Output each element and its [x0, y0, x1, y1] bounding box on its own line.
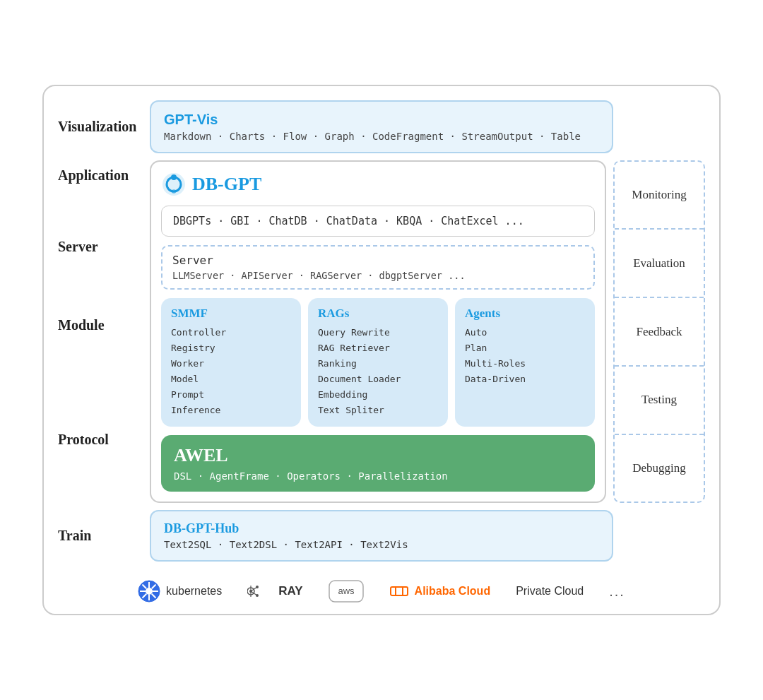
- footer-ray: RAY: [247, 584, 302, 598]
- visualization-content: GPT-Vis Markdown · Charts · Flow · Graph…: [150, 100, 613, 153]
- right-column: Monitoring Evaluation Feedback Testing D…: [613, 160, 705, 504]
- train-title: DB-GPT-Hub: [164, 521, 599, 536]
- dbgpt-title: DB-GPT: [192, 174, 261, 195]
- rags-box: RAGs Query Rewrite RAG Retriever Ranking…: [308, 298, 448, 427]
- rags-title: RAGs: [318, 307, 438, 321]
- svg-point-6: [146, 588, 153, 595]
- server-title: Server: [172, 254, 584, 267]
- vis-right-spacer: [613, 100, 705, 153]
- agents-title: Agents: [465, 307, 585, 321]
- app-big-box: DB-GPT DBGPTs · GBI · ChatDB · ChatData …: [150, 160, 606, 504]
- right-evaluation: Evaluation: [615, 230, 704, 298]
- dbgpt-logo-icon: [161, 172, 187, 197]
- smmf-title: SMMF: [171, 307, 291, 321]
- rags-item-3: Ranking: [318, 356, 438, 372]
- ray-icon: [247, 584, 273, 598]
- private-label: Private Cloud: [516, 585, 584, 598]
- right-debugging: Debugging: [615, 435, 704, 502]
- smmf-item-2: Registry: [171, 340, 291, 356]
- train-label: Train: [58, 510, 150, 562]
- apps-box: DBGPTs · GBI · ChatDB · ChatData · KBQA …: [161, 206, 595, 237]
- module-label: Module: [58, 310, 150, 425]
- agents-items: Auto Plan Multi-Roles Data-Driven: [465, 325, 585, 387]
- agents-item-4: Data-Driven: [465, 372, 585, 387]
- svg-point-3: [172, 189, 176, 194]
- awel-box: AWEL DSL · AgentFrame · Operators · Para…: [161, 435, 595, 492]
- kubernetes-icon: [138, 580, 160, 603]
- rags-item-6: Text Spliter: [318, 403, 438, 418]
- alibaba-icon: [389, 584, 409, 598]
- dbgpt-header: DB-GPT: [161, 172, 595, 197]
- visualization-row: Visualization GPT-Vis Markdown · Charts …: [58, 100, 705, 153]
- footer-aws: aws: [329, 580, 364, 603]
- protocol-label: Protocol: [58, 425, 150, 503]
- train-right-spacer: [613, 510, 705, 562]
- smmf-item-3: Worker: [171, 356, 291, 372]
- smmf-box: SMMF Controller Registry Worker Model Pr…: [161, 298, 301, 427]
- rags-item-2: RAG Retriever: [318, 340, 438, 356]
- left-labels: Application Server Module Protocol: [58, 160, 150, 504]
- svg-point-2: [171, 174, 177, 180]
- smmf-item-1: Controller: [171, 325, 291, 340]
- ray-label: RAY: [278, 584, 302, 598]
- svg-point-21: [256, 594, 259, 597]
- train-items: Text2SQL · Text2DSL · Text2API · Text2Vi…: [164, 539, 599, 550]
- vis-subtitle: Markdown · Charts · Flow · Graph · CodeF…: [164, 131, 599, 142]
- main-container: Visualization GPT-Vis Markdown · Charts …: [42, 85, 721, 616]
- awel-title: AWEL: [174, 445, 582, 466]
- svg-point-20: [256, 586, 259, 588]
- agents-item-3: Multi-Roles: [465, 356, 585, 372]
- rags-items: Query Rewrite RAG Retriever Ranking Docu…: [318, 325, 438, 419]
- right-testing: Testing: [615, 367, 704, 435]
- visualization-label: Visualization: [58, 100, 150, 153]
- server-box: Server LLMServer · APIServer · RAGServer…: [161, 245, 595, 290]
- footer-kubernetes: kubernetes: [138, 580, 222, 603]
- smmf-item-4: Model: [171, 372, 291, 387]
- rags-item-4: Document Loader: [318, 372, 438, 387]
- rags-item-5: Embedding: [318, 387, 438, 403]
- svg-text:aws: aws: [338, 586, 355, 596]
- alibaba-label: Alibaba Cloud: [415, 585, 491, 598]
- server-label-outer: Server: [58, 239, 150, 310]
- server-items: LLMServer · APIServer · RAGServer · dbgp…: [172, 270, 584, 281]
- awel-items: DSL · AgentFrame · Operators · Paralleli…: [174, 470, 582, 482]
- right-feedback: Feedback: [615, 298, 704, 367]
- train-box: DB-GPT-Hub Text2SQL · Text2DSL · Text2AP…: [150, 510, 613, 562]
- rags-item-1: Query Rewrite: [318, 325, 438, 340]
- footer-alibaba: Alibaba Cloud: [389, 584, 491, 598]
- modules-row: SMMF Controller Registry Worker Model Pr…: [161, 298, 595, 427]
- smmf-item-6: Inference: [171, 403, 291, 418]
- footer-private: Private Cloud: [516, 585, 584, 598]
- footer: kubernetes RAY aws: [58, 574, 705, 603]
- svg-rect-24: [391, 587, 408, 595]
- agents-item-2: Plan: [465, 340, 585, 356]
- vis-title: GPT-Vis: [164, 112, 599, 128]
- vis-box: GPT-Vis Markdown · Charts · Flow · Graph…: [150, 100, 613, 153]
- train-row: Train DB-GPT-Hub Text2SQL · Text2DSL · T…: [58, 510, 705, 562]
- train-content: DB-GPT-Hub Text2SQL · Text2DSL · Text2AP…: [150, 510, 613, 562]
- ellipsis-label: ...: [609, 583, 625, 600]
- agents-box: Agents Auto Plan Multi-Roles Data-Driven: [455, 298, 595, 427]
- right-monitoring: Monitoring: [615, 162, 704, 230]
- kubernetes-label: kubernetes: [166, 585, 222, 598]
- smmf-items: Controller Registry Worker Model Prompt …: [171, 325, 291, 419]
- smmf-item-5: Prompt: [171, 387, 291, 403]
- middle-section: Application Server Module Protocol DB-GP…: [58, 160, 705, 504]
- application-label: Application: [58, 160, 150, 239]
- agents-item-1: Auto: [465, 325, 585, 340]
- footer-ellipsis: ...: [609, 583, 625, 600]
- aws-icon: aws: [329, 580, 364, 603]
- apps-items: DBGPTs · GBI · ChatDB · ChatData · KBQA …: [173, 215, 524, 227]
